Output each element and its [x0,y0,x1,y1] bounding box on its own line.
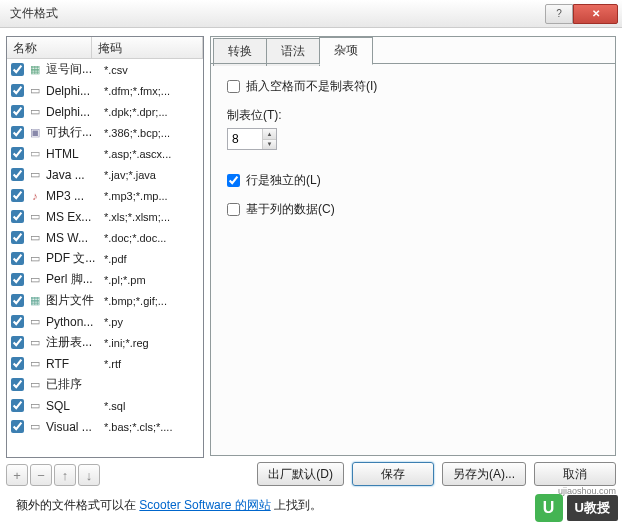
file-type-icon: ▦ [28,294,42,308]
row-checkbox[interactable] [11,168,24,181]
row-name: 图片文件 [46,292,100,309]
insert-spaces-checkbox[interactable] [227,80,240,93]
footer-prefix: 额外的文件格式可以在 [16,498,139,512]
column-based-checkbox[interactable] [227,203,240,216]
file-type-icon: ♪ [28,189,42,203]
list-body[interactable]: ▦逗号间...*.csv▭Delphi...*.dfm;*.fmx;...▭De… [7,59,203,457]
list-row[interactable]: ▦图片文件*.bmp;*.gif;... [7,290,203,311]
row-name: HTML [46,147,100,161]
row-checkbox[interactable] [11,357,24,370]
tab-convert[interactable]: 转换 [213,38,267,66]
move-up-button[interactable]: ↑ [54,464,76,486]
row-mask: *.csv [104,64,199,76]
row-checkbox[interactable] [11,105,24,118]
list-row[interactable]: ▭已排序 [7,374,203,395]
row-checkbox[interactable] [11,126,24,139]
save-button[interactable]: 保存 [352,462,434,486]
row-mask: *.py [104,316,199,328]
window-title: 文件格式 [10,5,545,22]
file-type-icon: ▭ [28,336,42,350]
tab-stop-input[interactable] [228,129,262,149]
spinner-down-icon[interactable]: ▼ [263,140,276,150]
row-mask: *.jav;*.java [104,169,199,181]
list-row[interactable]: ▦逗号间...*.csv [7,59,203,80]
line-independent-checkbox[interactable] [227,174,240,187]
list-row[interactable]: ▣可执行...*.386;*.bcp;... [7,122,203,143]
row-name: Perl 脚... [46,271,100,288]
row-checkbox[interactable] [11,231,24,244]
close-button[interactable]: ✕ [573,4,618,24]
list-row[interactable]: ▭Visual ...*.bas;*.cls;*.... [7,416,203,437]
row-checkbox[interactable] [11,147,24,160]
add-button[interactable]: + [6,464,28,486]
row-name: Python... [46,315,100,329]
list-row[interactable]: ▭MS Ex...*.xls;*.xlsm;... [7,206,203,227]
list-row[interactable]: ▭注册表...*.ini;*.reg [7,332,203,353]
row-checkbox[interactable] [11,63,24,76]
footer-text: 额外的文件格式可以在 Scooter Software 的网站 上找到。 [6,491,332,520]
list-row[interactable]: ▭Delphi...*.dpk;*.dpr;... [7,101,203,122]
row-name: 可执行... [46,124,100,141]
list-row[interactable]: ▭PDF 文...*.pdf [7,248,203,269]
help-button[interactable]: ? [545,4,573,24]
row-name: Delphi... [46,84,100,98]
footer-suffix: 上找到。 [271,498,322,512]
row-checkbox[interactable] [11,294,24,307]
watermark: U U教授 [535,494,618,522]
file-type-icon: ▦ [28,63,42,77]
spinner-up-icon[interactable]: ▲ [263,129,276,140]
row-checkbox[interactable] [11,399,24,412]
tab-misc[interactable]: 杂项 [319,37,373,65]
saveas-button[interactable]: 另存为(A)... [442,462,526,486]
list-row[interactable]: ▭RTF*.rtf [7,353,203,374]
row-name: MP3 ... [46,189,100,203]
row-mask: *.bas;*.cls;*.... [104,421,199,433]
row-mask: *.dpk;*.dpr;... [104,106,199,118]
file-type-icon: ▭ [28,168,42,182]
dialog-buttons: 出厂默认(D) 保存 另存为(A)... 取消 [210,456,616,486]
header-mask[interactable]: 掩码 [92,37,203,58]
row-name: RTF [46,357,100,371]
row-checkbox[interactable] [11,336,24,349]
list-row[interactable]: ▭SQL*.sql [7,395,203,416]
row-mask: *.dfm;*.fmx;... [104,85,199,97]
list-row[interactable]: ▭HTML*.asp;*.ascx... [7,143,203,164]
file-type-icon: ▭ [28,357,42,371]
list-toolbar: + − ↑ ↓ [6,458,204,486]
row-checkbox[interactable] [11,210,24,223]
file-type-icon: ▭ [28,315,42,329]
tabs-container: 转换 语法 杂项 插入空格而不是制表符(I) 制表位(T): ▲ [210,36,616,456]
remove-button[interactable]: − [30,464,52,486]
row-checkbox[interactable] [11,420,24,433]
row-mask: *.doc;*.doc... [104,232,199,244]
row-checkbox[interactable] [11,378,24,391]
row-checkbox[interactable] [11,252,24,265]
row-name: 逗号间... [46,61,100,78]
footer-link[interactable]: Scooter Software 的网站 [139,498,270,512]
tab-syntax[interactable]: 语法 [266,38,320,66]
row-name: MS W... [46,231,100,245]
list-row[interactable]: ▭Perl 脚...*.pl;*.pm [7,269,203,290]
defaults-button[interactable]: 出厂默认(D) [257,462,344,486]
tab-misc-body: 插入空格而不是制表符(I) 制表位(T): ▲ ▼ [211,64,615,244]
list-row[interactable]: ▭Python...*.py [7,311,203,332]
row-checkbox[interactable] [11,189,24,202]
row-checkbox[interactable] [11,273,24,286]
list-row[interactable]: ▭Java ...*.jav;*.java [7,164,203,185]
file-type-icon: ▭ [28,231,42,245]
file-type-icon: ▭ [28,252,42,266]
column-based-label: 基于列的数据(C) [246,201,335,218]
list-row[interactable]: ▭Delphi...*.dfm;*.fmx;... [7,80,203,101]
tab-stop-label: 制表位(T): [227,107,599,124]
file-type-icon: ▭ [28,273,42,287]
row-checkbox[interactable] [11,315,24,328]
titlebar: 文件格式 ? ✕ [0,0,622,28]
list-row[interactable]: ▭MS W...*.doc;*.doc... [7,227,203,248]
move-down-button[interactable]: ↓ [78,464,100,486]
header-name[interactable]: 名称 [7,37,92,58]
cancel-button[interactable]: 取消 [534,462,616,486]
row-mask: *.386;*.bcp;... [104,127,199,139]
row-checkbox[interactable] [11,84,24,97]
list-row[interactable]: ♪MP3 ...*.mp3;*.mp... [7,185,203,206]
file-format-list: 名称 掩码 ▦逗号间...*.csv▭Delphi...*.dfm;*.fmx;… [6,36,204,458]
